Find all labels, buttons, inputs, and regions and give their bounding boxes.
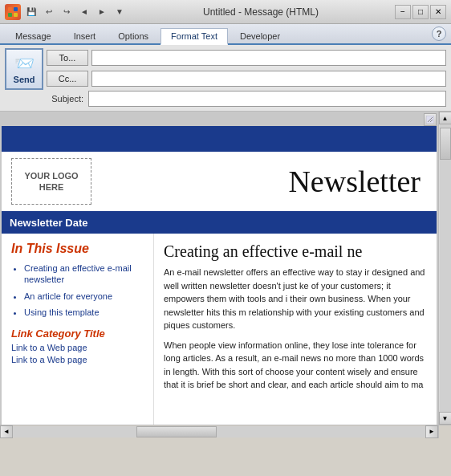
logo-placeholder: YOUR LOGO HERE [11, 158, 91, 205]
send-button[interactable]: 📨 Send [5, 48, 43, 90]
newsletter-logo-title: YOUR LOGO HERE Newsletter [2, 152, 437, 211]
qat-dropdown[interactable]: ▼ [112, 5, 127, 19]
svg-rect-1 [14, 7, 18, 11]
tab-message[interactable]: Message [5, 28, 62, 43]
scroll-down-button[interactable]: ▼ [439, 412, 452, 425]
minimize-button[interactable]: − [395, 5, 411, 19]
office-icon [5, 4, 21, 20]
horizontal-scrollbar: ◄ ► [0, 425, 451, 437]
tab-developer[interactable]: Developer [230, 28, 291, 43]
title-bar-left: 💾 ↩ ↪ ◄ ► ▼ [5, 4, 127, 20]
scroll-track [440, 124, 451, 412]
scroll-thumb[interactable] [440, 128, 451, 160]
cc-button[interactable]: Cc... [47, 71, 88, 87]
cc-field[interactable] [91, 71, 446, 87]
newsletter-title: Newsletter [91, 164, 427, 199]
subject-label: Subject: [47, 94, 88, 104]
tab-options[interactable]: Options [108, 28, 159, 43]
sidebar-list: Creating an effective e-mail newsletter … [11, 262, 144, 318]
article-body-1: An e-mail newsletter offers an effective… [164, 266, 427, 332]
ribbon-tabs: Message Insert Options Format Text Devel… [0, 24, 451, 45]
newsletter-date-bar: Newsletter Date [2, 211, 437, 234]
scroll-up-button[interactable]: ▲ [439, 112, 452, 124]
article-title: Creating an effective e-mail ne [164, 242, 427, 261]
web-link-2[interactable]: Link to a Web page [11, 355, 144, 364]
scrollbar-corner [438, 425, 451, 438]
svg-rect-3 [14, 13, 18, 17]
forward-button[interactable]: ► [95, 5, 109, 19]
sidebar-section-title: In This Issue [11, 242, 144, 256]
to-button[interactable]: To... [47, 50, 88, 66]
svg-rect-0 [8, 7, 12, 11]
save-button[interactable]: 💾 [24, 5, 39, 19]
send-icon: 📨 [14, 54, 35, 73]
list-item: Using this template [24, 307, 144, 318]
newsletter-sidebar: In This Issue Creating an effective e-ma… [2, 234, 154, 425]
window-controls: − □ ✕ [395, 5, 446, 19]
scroll-right-button[interactable]: ► [425, 425, 438, 438]
list-item: Creating an effective e-mail newsletter [24, 262, 144, 286]
email-content-wrapper: YOUR LOGO HERE Newsletter Newsletter Dat… [0, 112, 451, 425]
list-item: An article for everyone [24, 291, 144, 302]
address-fields: To... Cc... Subject: [47, 48, 446, 108]
h-scroll-thumb[interactable] [136, 426, 217, 437]
resize-handle[interactable] [424, 113, 437, 126]
tab-insert[interactable]: Insert [63, 28, 107, 43]
help-button[interactable]: ? [432, 26, 446, 41]
newsletter-header-bar [2, 126, 437, 152]
subject-input[interactable] [88, 91, 446, 107]
title-bar: 💾 ↩ ↪ ◄ ► ▼ Untitled - Message (HTML) − … [0, 0, 451, 24]
compose-area: 📨 Send To... Cc... Subject: [0, 45, 451, 112]
web-link-1[interactable]: Link to a Web page [11, 343, 144, 352]
logo-text: YOUR LOGO HERE [24, 170, 78, 193]
to-field[interactable] [91, 50, 446, 66]
tab-format-text[interactable]: Format Text [160, 28, 228, 45]
redo-button[interactable]: ↪ [59, 5, 74, 19]
to-row: To... [47, 48, 446, 67]
window-title: Untitled - Message (HTML) [127, 6, 395, 18]
newsletter-date-text: Newsletter Date [10, 217, 88, 229]
article-body-2: When people view information online, the… [164, 339, 427, 392]
vertical-scrollbar[interactable]: ▲ ▼ [438, 112, 451, 425]
close-button[interactable]: ✕ [430, 5, 446, 19]
h-scroll-track [13, 426, 425, 437]
subject-row: Subject: [47, 90, 446, 108]
scroll-left-button[interactable]: ◄ [0, 425, 13, 438]
undo-button[interactable]: ↩ [42, 5, 56, 19]
svg-rect-2 [8, 13, 12, 17]
cc-row: Cc... [47, 69, 446, 88]
link-category-title: Link Category Title [11, 328, 144, 340]
email-body: YOUR LOGO HERE Newsletter Newsletter Dat… [2, 126, 437, 425]
newsletter-two-col: In This Issue Creating an effective e-ma… [2, 234, 437, 425]
send-label: Send [14, 75, 35, 84]
back-button[interactable]: ◄ [77, 5, 91, 19]
newsletter-main: Creating an effective e-mail ne An e-mai… [154, 234, 437, 425]
maximize-button[interactable]: □ [412, 5, 429, 19]
